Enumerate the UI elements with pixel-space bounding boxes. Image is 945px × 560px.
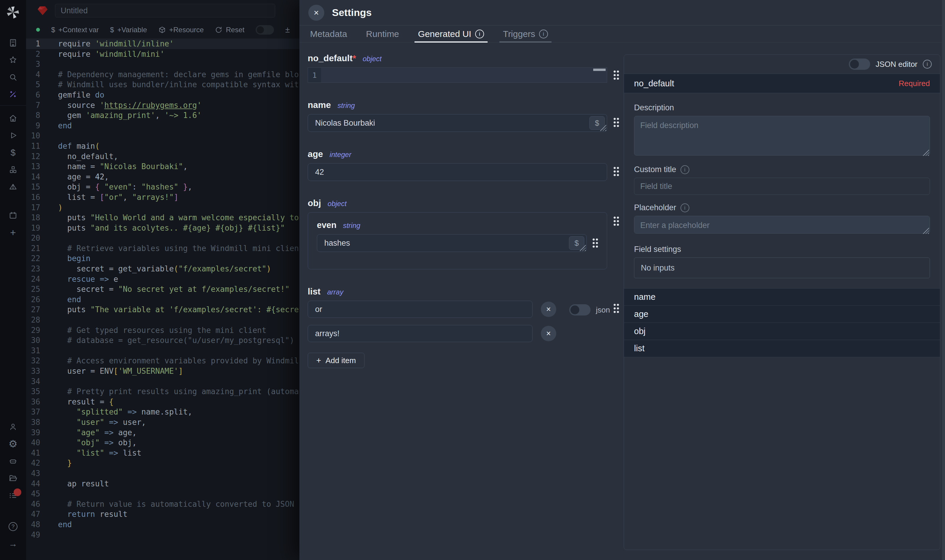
- close-icon[interactable]: ×: [308, 5, 324, 21]
- code-line[interactable]: 20: [26, 233, 299, 243]
- folders-icon[interactable]: [0, 469, 26, 487]
- create-plus-icon[interactable]: +: [0, 224, 26, 241]
- drag-handle-icon[interactable]: [613, 303, 620, 314]
- code-line[interactable]: 48end: [26, 520, 299, 530]
- code-line[interactable]: 31: [26, 346, 299, 356]
- json-editor-toggle[interactable]: [849, 58, 870, 70]
- search-icon[interactable]: [0, 69, 26, 86]
- drag-handle-icon[interactable]: [613, 117, 620, 128]
- code-line[interactable]: 12 no_default,: [26, 151, 299, 162]
- panel-field-row[interactable]: list: [624, 340, 940, 357]
- code-line[interactable]: 24 rescue => e: [26, 274, 299, 285]
- windmill-logo-icon[interactable]: [5, 5, 21, 20]
- code-line[interactable]: 32 # Access environment variables provid…: [26, 356, 299, 366]
- add-resource-button[interactable]: +Resource: [158, 26, 204, 34]
- panel-field-row[interactable]: age: [624, 305, 940, 323]
- code-line[interactable]: 22 begin: [26, 253, 299, 264]
- settings-gear-icon[interactable]: ⚙: [0, 435, 26, 452]
- drag-handle-icon[interactable]: [613, 166, 620, 177]
- user-icon[interactable]: [0, 418, 26, 435]
- resources-cubes-icon[interactable]: [0, 161, 26, 178]
- code-line[interactable]: 8 gem 'amazing_print', '~> 1.6': [26, 110, 299, 121]
- custom-title-input[interactable]: [634, 178, 930, 195]
- code-line[interactable]: 1require 'windmill/inline': [26, 39, 299, 49]
- ai-wand-icon[interactable]: [0, 86, 26, 103]
- code-line[interactable]: 11def main(: [26, 141, 299, 151]
- remove-item-icon[interactable]: ×: [541, 326, 556, 341]
- json-toggle[interactable]: [569, 304, 590, 315]
- tab-generated-ui[interactable]: Generated UI i: [418, 25, 484, 43]
- code-line[interactable]: 36 result = {: [26, 397, 299, 407]
- code-line[interactable]: 41 "list" => list: [26, 448, 299, 458]
- code-line[interactable]: 37 "splitted" => name.split,: [26, 407, 299, 417]
- tab-runtime[interactable]: Runtime: [366, 25, 399, 43]
- schedules-calendar-icon[interactable]: [0, 207, 26, 224]
- tab-metadata[interactable]: Metadata: [310, 25, 347, 43]
- code-line[interactable]: 45: [26, 489, 299, 499]
- code-line[interactable]: 30 # database = get_resource("u/user/my_…: [26, 335, 299, 346]
- panel-field-row[interactable]: obj: [624, 323, 940, 340]
- code-line[interactable]: 34: [26, 376, 299, 387]
- code-line[interactable]: 35 # Pretty print results using amazing_…: [26, 386, 299, 397]
- code-line[interactable]: 39 "age" => age,: [26, 428, 299, 438]
- modal-scrollbar-track[interactable]: [942, 0, 945, 560]
- code-line[interactable]: 46 # Return value is automatically conve…: [26, 499, 299, 509]
- code-editor[interactable]: 1require 'windmill/inline'2require 'wind…: [26, 39, 299, 560]
- code-line[interactable]: 14 age = 42,: [26, 172, 299, 182]
- code-line[interactable]: 17): [26, 203, 299, 213]
- drag-handle-icon[interactable]: [613, 216, 620, 226]
- placeholder-textarea[interactable]: [634, 216, 930, 234]
- variables-dollar-icon[interactable]: $: [0, 144, 26, 161]
- code-line[interactable]: 29 # Get typed resources using the mini …: [26, 325, 299, 335]
- panel-field-row[interactable]: name: [624, 288, 940, 305]
- diff-mode-toggle[interactable]: [256, 25, 274, 35]
- home-icon[interactable]: [0, 110, 26, 127]
- code-line[interactable]: 15 obj = { "even": "hashes" },: [26, 182, 299, 192]
- workers-robot-icon[interactable]: [0, 452, 26, 469]
- no-default-json-input[interactable]: 1: [308, 68, 607, 83]
- code-line[interactable]: 21 # Retrieve variables using the Windmi…: [26, 243, 299, 254]
- code-line[interactable]: 18 puts "Hello World and a warm welcome …: [26, 212, 299, 223]
- audit-logs-icon[interactable]: [0, 487, 26, 504]
- insert-variable-dollar-button[interactable]: $: [569, 236, 584, 250]
- code-line[interactable]: 49: [26, 530, 299, 540]
- runs-play-icon[interactable]: [0, 127, 26, 144]
- list-item-input[interactable]: [308, 301, 533, 318]
- list-item-input[interactable]: [308, 325, 533, 342]
- code-line[interactable]: 5# Windmill uses bundler/inline compatib…: [26, 80, 299, 90]
- code-line[interactable]: 38 "user" => user,: [26, 417, 299, 428]
- even-value-input[interactable]: [317, 234, 587, 252]
- drag-handle-icon[interactable]: [613, 70, 620, 80]
- reset-button[interactable]: Reset: [215, 26, 244, 34]
- code-line[interactable]: 40 "obj" => obj,: [26, 438, 299, 448]
- insert-variable-dollar-button[interactable]: $: [589, 116, 605, 130]
- code-line[interactable]: 19 puts "and its acolytes.. #{age} #{obj…: [26, 223, 299, 233]
- code-line[interactable]: 26 end: [26, 294, 299, 305]
- code-line[interactable]: 33 user = ENV['WM_USERNAME']: [26, 366, 299, 376]
- code-line[interactable]: 7 source 'https://rubygems.org': [26, 100, 299, 111]
- script-title-input[interactable]: [55, 4, 275, 17]
- code-line[interactable]: 13 name = "Nicolas Bourbaki",: [26, 162, 299, 172]
- tab-triggers[interactable]: Triggers i: [503, 25, 548, 43]
- code-line[interactable]: 44 ap result: [26, 479, 299, 489]
- help-icon[interactable]: ?: [0, 518, 26, 535]
- name-value-input[interactable]: [308, 114, 607, 132]
- collapse-arrow-icon[interactable]: →: [0, 535, 26, 552]
- code-line[interactable]: 2require 'windmill/mini': [26, 49, 299, 59]
- code-line[interactable]: 9end: [26, 121, 299, 131]
- add-context-var-button[interactable]: $ +Context var: [51, 26, 99, 34]
- code-line[interactable]: 23 secret = get_variable("f/examples/sec…: [26, 264, 299, 274]
- workspace-icon[interactable]: [0, 34, 26, 51]
- age-value-input[interactable]: [308, 163, 607, 181]
- code-line[interactable]: 4# Dependency management: declare gems i…: [26, 69, 299, 80]
- code-line[interactable]: 16 list = ["or", "arrays!"]: [26, 192, 299, 203]
- panel-field-row-selected[interactable]: no_default Required: [624, 74, 940, 93]
- code-line[interactable]: 43: [26, 468, 299, 479]
- code-line[interactable]: 25 secret = "No secret yet at f/examples…: [26, 284, 299, 294]
- code-line[interactable]: 27 puts "The variable at 'f/examples/sec…: [26, 305, 299, 315]
- mini-scrollbar[interactable]: [593, 69, 606, 71]
- description-textarea[interactable]: [634, 116, 930, 155]
- code-line[interactable]: 42 }: [26, 458, 299, 468]
- add-item-button[interactable]: + Add item: [308, 353, 364, 368]
- remove-item-icon[interactable]: ×: [541, 302, 556, 317]
